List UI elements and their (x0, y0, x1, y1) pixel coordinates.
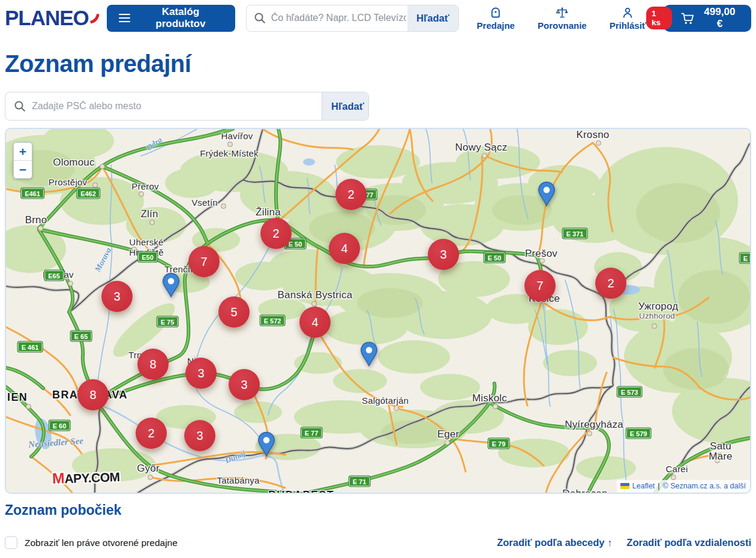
cluster-marker[interactable]: 2 (595, 268, 626, 299)
city-label: Brno (25, 215, 47, 225)
store-search-input[interactable] (31, 92, 322, 120)
cart-button[interactable]: 499,00 € (664, 5, 751, 32)
catalog-button-label: Katalóg produktov (138, 6, 223, 30)
city-dot (148, 475, 153, 480)
pin-icon (257, 431, 275, 457)
road-badge: E 371 (563, 229, 587, 239)
open-now-checkbox[interactable] (5, 536, 17, 549)
mapy-logo[interactable]: MAPY.COM (52, 467, 120, 487)
road-badge: E50 (138, 252, 157, 262)
pin-icon (162, 272, 180, 298)
cluster-marker[interactable]: 5 (218, 296, 250, 328)
planeo-logo[interactable]: PLANEO (5, 6, 100, 30)
nav-login[interactable]: Prihlásiť (610, 6, 646, 31)
city-label: Olomouc (53, 157, 94, 167)
sort-alphabetical-link[interactable]: Zoradiť podľa abecedy ↑ (497, 537, 612, 548)
road-badge: E 461 (18, 342, 43, 352)
branches-filter-row: Zobraziť len práve otvorené predajne Zor… (5, 536, 751, 549)
road-badge: E 572 (260, 316, 285, 326)
cluster-marker[interactable]: 4 (329, 233, 360, 264)
road-badge: E 65 (71, 331, 92, 341)
city-label: Krosno (576, 130, 609, 140)
pin-marker[interactable] (162, 272, 180, 300)
city-dot (221, 203, 226, 209)
ukraine-flag-icon (620, 483, 629, 489)
city-dot (26, 404, 31, 409)
cart-total: 499,00 € (701, 6, 738, 30)
cluster-marker[interactable]: 3 (428, 239, 459, 270)
store-locator-page: PLANEO Katalóg produktov Hľadať Predajne (0, 0, 756, 549)
nav-compare-label: Porovnanie (538, 20, 587, 31)
city-label: Prešov (525, 248, 557, 259)
city-label: IEN (7, 392, 28, 403)
nav-stores[interactable]: Predajne (477, 6, 515, 31)
cluster-marker[interactable]: 3 (184, 420, 215, 451)
city-dot (493, 404, 498, 409)
store-icon (489, 6, 502, 19)
city-label: Salgótarján (362, 395, 409, 406)
product-search-button[interactable]: Hľadať (407, 5, 458, 31)
road-badge: E 75 (157, 317, 178, 327)
city-dot (587, 431, 592, 436)
city-label: Prostějov (49, 177, 87, 187)
product-search-input[interactable] (270, 5, 407, 31)
cluster-marker[interactable]: 2 (136, 418, 167, 449)
cluster-marker[interactable]: 4 (299, 307, 331, 338)
road-badge: E461 (21, 188, 44, 199)
store-search-button[interactable]: Hľadať (322, 92, 368, 120)
city-dot (652, 323, 657, 329)
city-dot (445, 440, 450, 445)
city-label: Miskolc (472, 393, 507, 403)
map-zoom-control: + − (13, 142, 32, 179)
catalog-button[interactable]: Katalóg produktov (107, 5, 235, 32)
cluster-marker[interactable]: 3 (185, 358, 217, 389)
user-icon (621, 6, 634, 19)
cluster-marker[interactable]: 7 (188, 246, 220, 277)
pin-marker[interactable] (538, 181, 556, 209)
cluster-marker[interactable]: 3 (101, 281, 133, 312)
pin-marker[interactable] (257, 431, 275, 459)
city-dot (38, 226, 43, 231)
city-label: Banská Bystrica (278, 290, 353, 300)
nav-compare[interactable]: Porovnanie (538, 6, 587, 31)
sort-links: Zoradiť podľa abecedy ↑ Zoradiť podľa vz… (497, 537, 751, 548)
city-dot (311, 301, 317, 307)
seznam-copyright-link[interactable]: © Seznam.cz a.s. a další (663, 482, 746, 490)
cart-badge: 1 ks (646, 7, 672, 29)
cluster-marker[interactable]: 8 (77, 379, 109, 410)
leaflet-link[interactable]: Leaflet (632, 482, 655, 490)
road-badge: E 50 (740, 253, 751, 263)
logo-comma-icon (90, 11, 100, 27)
city-dot (227, 142, 233, 147)
zoom-out-button[interactable]: − (14, 161, 32, 178)
city-dot (671, 475, 676, 480)
cart-icon (680, 11, 695, 25)
nav-login-label: Prihlásiť (610, 20, 646, 31)
road-badge: E 79 (488, 439, 509, 449)
city-label: Nyíregyháza (565, 419, 623, 430)
city-label: Frýdek-Místek (200, 148, 259, 158)
cluster-marker[interactable]: 2 (335, 179, 367, 210)
open-now-label: Zobraziť len práve otvorené predajne (25, 538, 178, 548)
road-badge: E 77 (301, 428, 322, 438)
city-dot (482, 153, 487, 158)
city-dot (596, 140, 601, 146)
cluster-marker[interactable]: 7 (524, 270, 556, 301)
city-label: Carei (666, 464, 688, 474)
city-label: Satu Mare (706, 441, 736, 461)
map[interactable]: OdraMoravaNeusiedler SeeDunajOlomoucPros… (5, 128, 751, 494)
cluster-marker[interactable]: 8 (137, 349, 169, 380)
cluster-marker[interactable]: 3 (229, 369, 260, 400)
cluster-marker[interactable]: 2 (260, 218, 292, 249)
city-label: Žilina (256, 207, 281, 217)
nav-stores-label: Predajne (477, 20, 515, 31)
map-attribution: Leaflet | © Seznam.cz a.s. a další (617, 480, 750, 493)
pin-marker[interactable] (360, 341, 378, 369)
sort-distance-link[interactable]: Zoradiť podľa vzdialenosti (626, 537, 751, 548)
city-label: Uzhhorod (639, 311, 675, 321)
city-dot (92, 182, 98, 188)
zoom-in-button[interactable]: + (14, 143, 32, 161)
branches-heading: Zoznam pobočiek (5, 502, 751, 518)
header-nav: Predajne Porovnanie Prihlásiť (477, 6, 646, 31)
road-badge: E 60 (49, 421, 70, 431)
